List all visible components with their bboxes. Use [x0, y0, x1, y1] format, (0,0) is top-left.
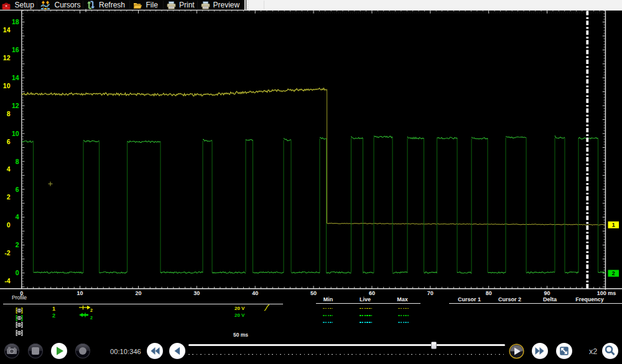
svg-text:6: 6	[16, 186, 19, 193]
svg-text:2: 2	[90, 316, 93, 320]
svg-text:12: 12	[3, 54, 11, 61]
svg-text:1: 1	[612, 222, 615, 228]
svg-text:10: 10	[12, 130, 19, 137]
svg-text:0: 0	[7, 221, 11, 229]
svg-text:4: 4	[16, 213, 19, 221]
svg-text:2: 2	[612, 270, 615, 276]
svg-text:18: 18	[12, 18, 19, 25]
svg-text:16: 16	[12, 46, 19, 53]
svg-text:12: 12	[12, 102, 19, 109]
svg-text:2: 2	[16, 241, 19, 248]
svg-text:6: 6	[7, 138, 11, 145]
svg-text:2: 2	[7, 193, 11, 201]
svg-text:-4: -4	[4, 277, 10, 284]
svg-text:2: 2	[90, 308, 93, 312]
svg-text:8: 8	[7, 110, 11, 117]
svg-text:10: 10	[3, 82, 11, 89]
svg-text:8: 8	[16, 158, 19, 165]
svg-text:0: 0	[16, 269, 19, 276]
svg-text:14: 14	[3, 26, 11, 34]
svg-text:-2: -2	[4, 249, 10, 257]
svg-text:4: 4	[7, 165, 11, 173]
svg-text:14: 14	[12, 74, 19, 81]
